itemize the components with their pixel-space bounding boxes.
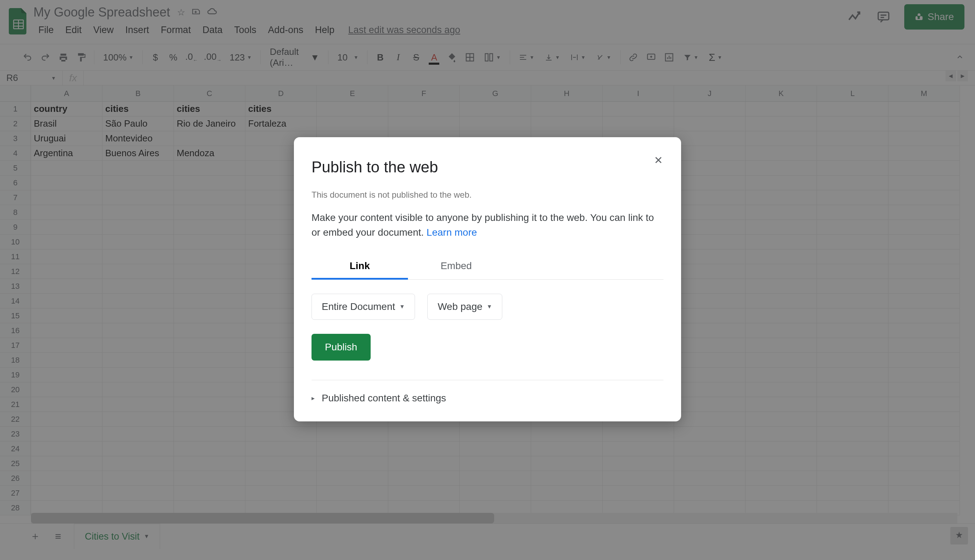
dialog-description: Make your content visible to anyone by p…	[312, 210, 663, 240]
publish-dialog: ✕ Publish to the web This document is no…	[294, 137, 681, 422]
tab-link[interactable]: Link	[312, 254, 408, 280]
format-select[interactable]: Web page▼	[427, 294, 502, 320]
dialog-title: Publish to the web	[312, 158, 663, 176]
modal-overlay: ✕ Publish to the web This document is no…	[0, 0, 975, 560]
scope-select[interactable]: Entire Document▼	[312, 294, 415, 320]
tab-embed[interactable]: Embed	[408, 254, 504, 279]
dialog-status-note: This document is not published to the we…	[312, 190, 663, 200]
learn-more-link[interactable]: Learn more	[427, 227, 477, 238]
chevron-right-icon: ▸	[312, 394, 315, 402]
dialog-tabs: Link Embed	[312, 254, 663, 280]
published-content-settings-toggle[interactable]: ▸ Published content & settings	[312, 393, 663, 404]
publish-button[interactable]: Publish	[312, 334, 371, 360]
close-button[interactable]: ✕	[651, 153, 665, 167]
